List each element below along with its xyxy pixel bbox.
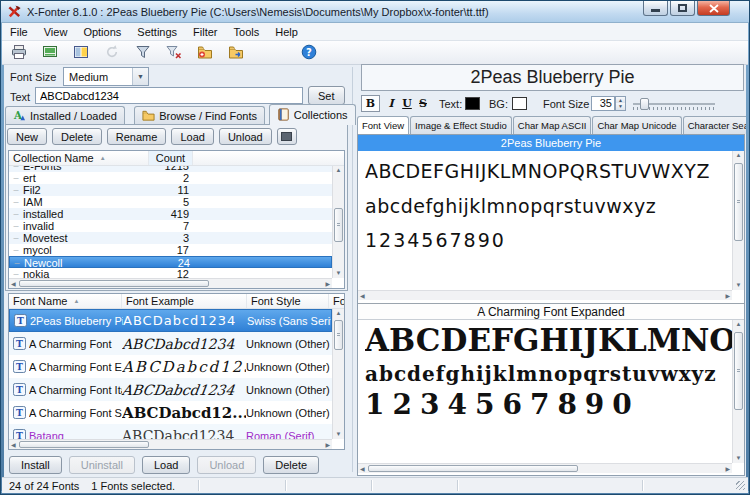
scroll-right-icon[interactable]: ▶ (725, 292, 730, 301)
menu-item-options[interactable]: Options (75, 23, 129, 40)
collection-row-mycol[interactable]: –mycol17 (9, 244, 332, 256)
scroll-up-icon[interactable]: ▲ (733, 151, 744, 160)
format-column-header[interactable]: For (329, 294, 344, 308)
tab-char-map-unicode[interactable]: Char Map Unicode (592, 116, 681, 134)
resize-grip[interactable] (736, 481, 745, 490)
scroll-right-icon[interactable]: ▶ (725, 465, 730, 474)
scrollbar-thumb[interactable] (334, 320, 343, 350)
tab-character-search[interactable]: Character Search (683, 116, 746, 134)
preview-horizontal-scrollbar[interactable]: ◀▶ (358, 290, 732, 300)
tab-char-map-ascii[interactable]: Char Map ASCII (513, 116, 592, 134)
scroll-down-icon[interactable]: ▼ (733, 454, 744, 463)
tab-font-view[interactable]: Font View (357, 116, 409, 134)
collections-vertical-scrollbar[interactable]: ▲ ▼ (332, 166, 344, 278)
delete-font-button[interactable]: Delete (263, 456, 319, 474)
scroll-down-icon[interactable]: ▼ (333, 430, 344, 439)
tab-browse-find-fonts[interactable]: Browse / Find Fonts (134, 106, 265, 125)
slider-thumb[interactable] (640, 98, 649, 110)
tab-installed-loaded[interactable]: AInstalled / Loaded (5, 106, 125, 125)
install-folder-button[interactable] (194, 43, 216, 63)
scroll-right-icon[interactable]: ▶ (325, 280, 330, 289)
charmap-button[interactable] (39, 43, 61, 63)
underline-button[interactable]: U (400, 95, 414, 112)
unload-collection-button[interactable]: Unload (219, 128, 272, 145)
font-row-a-charming-font-su[interactable]: TA Charming Font Su...ABCDabcd12...Unkno… (9, 401, 332, 424)
rename-collection-button[interactable]: Rename (107, 128, 167, 145)
font-row-a-charming-font[interactable]: TA Charming FontABCDabcd1234Unknown (Oth… (9, 332, 332, 355)
help-button[interactable]: ? (298, 43, 320, 63)
scrollbar-thumb[interactable] (19, 280, 209, 287)
menu-item-file[interactable]: File (2, 23, 36, 40)
maximize-button[interactable] (670, 1, 695, 16)
tab-collections[interactable]: Collections (269, 104, 356, 125)
font-style-column-header[interactable]: Font Style (247, 294, 329, 308)
strikethrough-button[interactable]: S (416, 95, 430, 112)
preview-vertical-scrollbar[interactable]: ▲▼ (732, 151, 744, 290)
font-name-column-header[interactable]: Font Name▲ (9, 294, 122, 308)
scroll-down-icon[interactable]: ▼ (333, 269, 344, 278)
scroll-right-icon[interactable]: ▶ (325, 441, 330, 450)
new-collection-button[interactable]: New (7, 128, 47, 145)
preview-text-input[interactable] (35, 87, 303, 104)
delete-collection-button[interactable]: Delete (52, 128, 102, 145)
collections-horizontal-scrollbar[interactable]: ◀ ▶ (9, 278, 332, 288)
scroll-left-icon[interactable]: ◀ (11, 441, 16, 450)
install-font-button[interactable]: Install (9, 456, 62, 474)
filter-button[interactable] (132, 43, 154, 63)
count-column-header[interactable]: Count (149, 151, 193, 165)
open-folder-button[interactable] (225, 43, 247, 63)
title-bar[interactable]: X-Fonter 8.1.0 : 2Peas Blueberry Pie (C:… (1, 1, 749, 23)
menu-item-help[interactable]: Help (267, 23, 306, 40)
fonts-horizontal-scrollbar[interactable]: ◀ ▶ (9, 439, 332, 449)
font-size-slider[interactable] (633, 97, 715, 111)
collection-row-iam[interactable]: –IAM5 (9, 196, 332, 208)
filter-remove-button[interactable] (163, 43, 185, 63)
scrollbar-thumb[interactable] (734, 163, 743, 241)
menu-item-view[interactable]: View (36, 23, 76, 40)
scrollbar-thumb[interactable] (734, 332, 743, 410)
font-row-batang[interactable]: TBatangABCDabcd1234Roman (Serif) (9, 424, 332, 439)
minimize-button[interactable] (643, 1, 668, 16)
font-row-2peas-blueberry-pie[interactable]: T2Peas Blueberry PieABCDabcd1234Swiss (S… (9, 309, 332, 332)
menu-item-filter[interactable]: Filter (185, 23, 225, 40)
scroll-down-icon[interactable]: ▼ (733, 281, 744, 290)
scrollbar-thumb[interactable] (334, 208, 343, 242)
collection-row-fil2[interactable]: –Fil211 (9, 184, 332, 196)
scrollbar-thumb[interactable] (19, 441, 149, 448)
scroll-up-icon[interactable]: ▲ (333, 166, 344, 175)
collection-row-ert[interactable]: –ert2 (9, 172, 332, 184)
preview-panel-button[interactable] (70, 43, 92, 63)
preview-vertical-scrollbar[interactable]: ▲▼ (732, 320, 744, 463)
menu-item-settings[interactable]: Settings (129, 23, 185, 40)
set-text-button[interactable]: Set (308, 86, 345, 105)
collection-extra-button[interactable] (277, 128, 297, 145)
preview-horizontal-scrollbar[interactable]: ◀▶ (358, 463, 732, 473)
bold-button[interactable]: B (361, 95, 380, 112)
load-font-button[interactable]: Load (142, 456, 190, 474)
print-button[interactable] (8, 43, 30, 63)
text-color-swatch[interactable] (465, 97, 480, 110)
bg-color-swatch[interactable] (512, 97, 527, 110)
fonts-vertical-scrollbar[interactable]: ▲ ▼ (332, 309, 344, 439)
tab-image-effect-studio[interactable]: Image & Effect Studio (410, 116, 512, 134)
close-button[interactable] (697, 1, 730, 16)
load-collection-button[interactable]: Load (171, 128, 213, 145)
scrollbar-thumb[interactable] (368, 465, 578, 472)
preview-font-size-input[interactable]: 35 (591, 96, 615, 111)
scroll-up-icon[interactable]: ▲ (333, 309, 344, 318)
collection-name-column-header[interactable]: Collection Name▲ (9, 151, 149, 165)
menu-item-tools[interactable]: Tools (226, 23, 268, 40)
scroll-left-icon[interactable]: ◀ (360, 292, 365, 301)
font-row-a-charming-font-italic[interactable]: TA Charming Font ItalicABCDabcd1234Unkno… (9, 378, 332, 401)
collection-row-nokia[interactable]: –nokia12 (9, 268, 332, 278)
chevron-down-icon[interactable]: ▼ (132, 68, 148, 85)
scroll-up-icon[interactable]: ▲ (733, 320, 744, 329)
collection-row-movetest[interactable]: –Movetest3 (9, 232, 332, 244)
font-row-a-charming-font-ex[interactable]: TA Charming Font Ex...ABCDabcd1234Unknow… (9, 355, 332, 378)
scroll-left-icon[interactable]: ◀ (11, 280, 16, 289)
font-example-column-header[interactable]: Font Example (122, 294, 247, 308)
font-size-down-icon[interactable]: ▼ (615, 103, 626, 111)
font-size-select[interactable]: Medium ▼ (63, 67, 149, 86)
collection-row-invalid[interactable]: –invalid7 (9, 220, 332, 232)
collection-row-installed[interactable]: –installed419 (9, 208, 332, 220)
